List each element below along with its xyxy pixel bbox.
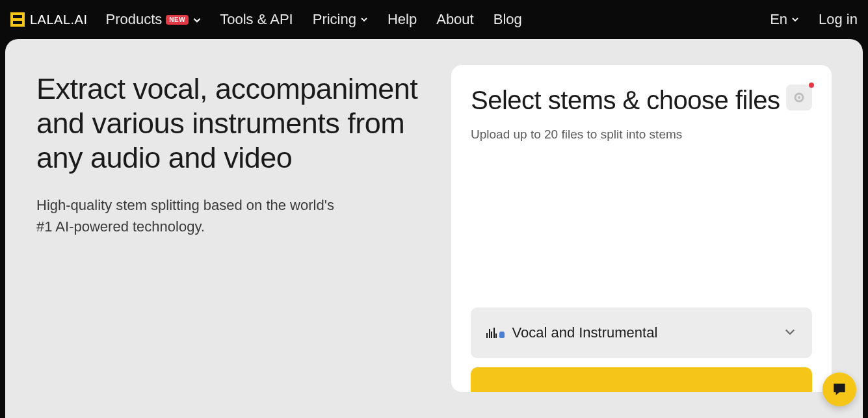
nav-blog[interactable]: Blog <box>493 11 522 28</box>
chevron-down-icon <box>360 16 368 23</box>
login-button[interactable]: Log in <box>819 11 858 28</box>
gear-icon <box>793 91 806 104</box>
select-files-button[interactable] <box>471 367 812 392</box>
nav-pricing-label: Pricing <box>313 11 356 28</box>
upload-card: Select stems & choose files Upload up to… <box>451 65 832 392</box>
nav-products[interactable]: Products NEW <box>106 11 201 28</box>
chevron-down-icon <box>791 16 799 23</box>
card-header: Select stems & choose files <box>471 85 812 116</box>
language-selector[interactable]: En <box>770 11 799 28</box>
login-label: Log in <box>819 11 858 28</box>
main-nav: Products NEW Tools & API Pricing Help Ab… <box>106 11 522 28</box>
stem-type-dropdown[interactable]: Vocal and Instrumental <box>471 307 812 358</box>
hero-title: Extract vocal, accompaniment and various… <box>36 72 425 175</box>
top-navbar: LALAL.AI Products NEW Tools & API Pricin… <box>0 0 868 39</box>
nav-tools[interactable]: Tools & API <box>220 11 293 28</box>
nav-about[interactable]: About <box>436 11 474 28</box>
language-label: En <box>770 11 787 28</box>
nav-blog-label: Blog <box>493 11 522 28</box>
nav-help-label: Help <box>388 11 417 28</box>
chevron-down-icon <box>783 325 796 341</box>
main-content: Extract vocal, accompaniment and various… <box>5 39 863 418</box>
hero-section: Extract vocal, accompaniment and various… <box>36 65 425 392</box>
brand-name: LALAL.AI <box>30 12 88 27</box>
settings-button[interactable] <box>786 85 812 111</box>
card-title: Select stems & choose files <box>471 85 780 116</box>
logo-icon <box>10 12 25 27</box>
dropdown-content: Vocal and Instrumental <box>486 324 657 341</box>
nav-help[interactable]: Help <box>388 11 417 28</box>
dropdown-label: Vocal and Instrumental <box>512 324 658 341</box>
hero-subtitle: High-quality stem splitting based on the… <box>36 194 349 237</box>
svg-point-1 <box>798 96 800 99</box>
nav-tools-label: Tools & API <box>220 11 293 28</box>
waveform-mic-icon <box>486 328 505 338</box>
chat-icon <box>831 381 848 398</box>
notification-dot <box>809 83 814 88</box>
chat-widget[interactable] <box>822 372 856 406</box>
chevron-down-icon <box>192 16 200 23</box>
new-badge: NEW <box>166 15 189 25</box>
card-subtitle: Upload up to 20 files to split into stem… <box>471 127 812 142</box>
brand-logo[interactable]: LALAL.AI <box>10 12 88 27</box>
nav-products-label: Products <box>106 11 163 28</box>
nav-about-label: About <box>436 11 474 28</box>
nav-pricing[interactable]: Pricing <box>313 11 368 28</box>
topbar-right: En Log in <box>770 11 858 28</box>
